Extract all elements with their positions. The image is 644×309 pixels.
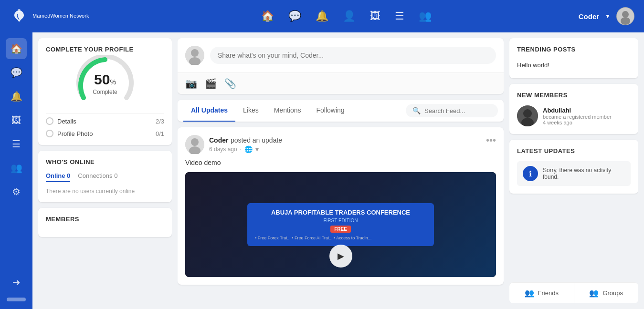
details-radio bbox=[46, 117, 53, 125]
profile-item-photo-left: Profile Photo bbox=[46, 130, 93, 137]
nav-icons: 🏠 💬 🔔 👤 🖼 ☰ 👥 bbox=[115, 10, 579, 22]
profile-item-left: Details bbox=[46, 117, 76, 125]
online-empty-text: There are no users currently online bbox=[46, 188, 164, 195]
new-members-card: NEW MEMBERS Abdullahi became a registere… bbox=[509, 84, 638, 134]
svg-point-3 bbox=[621, 17, 630, 25]
friends-label: Friends bbox=[538, 289, 559, 297]
sidebar-settings-btn[interactable]: ⚙ bbox=[6, 181, 27, 202]
post-more-btn[interactable]: ••• bbox=[486, 135, 496, 146]
sidebar-chat-btn[interactable]: 💬 bbox=[6, 62, 27, 83]
tab-connections[interactable]: Connections 0 bbox=[78, 172, 117, 182]
video-conference-banner: ABUJA PROFITABLE TRADERS CONFERENCE FIRS… bbox=[247, 203, 434, 247]
post-author-name-action: Coder posted an update bbox=[209, 136, 282, 144]
tab-mentions[interactable]: Mentions bbox=[266, 100, 309, 122]
progress-percent: % bbox=[110, 78, 116, 86]
post-avatar bbox=[185, 135, 204, 154]
members-title: MEMBERS bbox=[46, 216, 164, 223]
nav-bell-icon[interactable]: 🔔 bbox=[316, 10, 328, 22]
content-area: COMPLETE YOUR PROFILE 50% Complete bbox=[32, 32, 644, 309]
sidebar-members-btn[interactable]: 👥 bbox=[6, 157, 27, 178]
video-free-badge: FREE bbox=[330, 226, 351, 233]
profile-items: Details 2/3 Profile Photo 0/1 bbox=[46, 117, 164, 137]
composer-video-btn[interactable]: 🎬 bbox=[205, 78, 217, 89]
right-panel: TRENDING POSTS Hello world! NEW MEMBERS … bbox=[509, 38, 638, 303]
groups-icon: 👥 bbox=[589, 288, 599, 298]
svg-point-2 bbox=[622, 11, 629, 18]
left-panel: COMPLETE YOUR PROFILE 50% Complete bbox=[38, 38, 172, 303]
photo-radio bbox=[46, 130, 53, 137]
post-header: Coder posted an update 6 days ago · 🌐 ▾ bbox=[185, 135, 496, 154]
post-card: Coder posted an update 6 days ago · 🌐 ▾ bbox=[178, 127, 504, 285]
members-card: MEMBERS bbox=[38, 208, 172, 237]
composer-avatar bbox=[185, 46, 204, 65]
composer-bottom: 📷 🎬 📎 bbox=[178, 72, 504, 94]
photo-label: Profile Photo bbox=[57, 130, 93, 137]
sidebar-bell-btn[interactable]: 🔔 bbox=[6, 86, 27, 107]
friends-tab[interactable]: 👥 Friends bbox=[509, 283, 574, 303]
svg-point-11 bbox=[523, 109, 532, 118]
nav-avatar[interactable] bbox=[616, 7, 634, 25]
nav-home-icon[interactable]: 🏠 bbox=[261, 10, 274, 22]
tab-likes[interactable]: Likes bbox=[235, 100, 266, 122]
feed-tabs: All Updates Likes Mentions Following bbox=[183, 100, 406, 122]
nav-group-icon[interactable]: 👥 bbox=[419, 10, 432, 22]
groups-tab[interactable]: 👥 Groups bbox=[574, 283, 639, 303]
composer-input[interactable] bbox=[210, 47, 496, 64]
nav-list-icon[interactable]: ☰ bbox=[395, 10, 404, 22]
scrollbar-thumb bbox=[7, 298, 26, 301]
sidebar-logout-btn[interactable]: ➜ bbox=[6, 272, 27, 293]
profile-item-photo: Profile Photo 0/1 bbox=[46, 130, 164, 137]
trending-title: TRENDING POSTS bbox=[517, 46, 631, 53]
post-author-name[interactable]: Coder bbox=[209, 136, 228, 144]
post-dot: · bbox=[240, 146, 242, 153]
left-sidebar: 🏠 💬 🔔 🖼 ☰ 👥 ⚙ ➜ bbox=[0, 32, 32, 309]
nav-gallery-icon[interactable]: 🖼 bbox=[370, 10, 380, 22]
progress-text: 50% Complete bbox=[93, 72, 117, 95]
nav-username: Coder bbox=[579, 12, 599, 21]
composer-photo-btn[interactable]: 📷 bbox=[185, 78, 197, 89]
member-info: Abdullahi became a registered member 4 w… bbox=[543, 107, 612, 125]
nav-dropdown-arrow[interactable]: ▼ bbox=[605, 13, 611, 20]
nav-add-friend-icon[interactable]: 👤 bbox=[343, 10, 356, 22]
member-item: Abdullahi became a registered member 4 w… bbox=[517, 105, 631, 126]
feed-tabs-bar: All Updates Likes Mentions Following 🔍 bbox=[178, 100, 504, 122]
svg-point-5 bbox=[191, 49, 199, 57]
sidebar-home-btn[interactable]: 🏠 bbox=[6, 38, 27, 59]
top-navigation: MarriedWomen.Network 🏠 💬 🔔 👤 🖼 ☰ 👥 Coder… bbox=[0, 0, 644, 32]
tab-online[interactable]: Online 0 bbox=[46, 172, 70, 182]
profile-complete-card: COMPLETE YOUR PROFILE 50% Complete bbox=[38, 38, 172, 145]
play-button[interactable]: ▶ bbox=[329, 245, 352, 268]
nav-chat-icon[interactable]: 💬 bbox=[288, 10, 301, 22]
tab-all-updates[interactable]: All Updates bbox=[183, 100, 235, 122]
post-meta: 6 days ago · 🌐 ▾ bbox=[209, 145, 282, 153]
post-content-text: Video demo bbox=[185, 159, 496, 166]
logo-area: MarriedWomen.Network bbox=[10, 7, 115, 26]
progress-circle-wrapper: 50% Complete bbox=[76, 60, 134, 107]
composer-attachment-btn[interactable]: 📎 bbox=[224, 78, 236, 89]
latest-updates-title: LATEST UPDATES bbox=[517, 147, 631, 154]
feed-search-input[interactable] bbox=[424, 107, 491, 114]
trending-item[interactable]: Hello world! bbox=[517, 60, 631, 71]
progress-container: 50% Complete bbox=[46, 60, 164, 107]
member-status: became a registered member 4 weeks ago bbox=[543, 114, 612, 125]
video-banner-sub: FIRST EDITION bbox=[255, 218, 426, 223]
search-icon: 🔍 bbox=[412, 107, 421, 114]
post-visibility-icon: ▾ bbox=[255, 145, 259, 153]
progress-label: Complete bbox=[93, 89, 117, 95]
profile-complete-title: COMPLETE YOUR PROFILE bbox=[46, 46, 164, 53]
details-label: Details bbox=[57, 118, 76, 125]
post-author-info: Coder posted an update 6 days ago · 🌐 ▾ bbox=[209, 136, 282, 153]
member-name[interactable]: Abdullahi bbox=[543, 107, 612, 114]
sidebar-gallery-btn[interactable]: 🖼 bbox=[6, 110, 27, 131]
logo-text: MarriedWomen.Network bbox=[32, 13, 89, 19]
sidebar-feed-btn[interactable]: ☰ bbox=[6, 134, 27, 154]
post-video-thumbnail: ABUJA PROFITABLE TRADERS CONFERENCE FIRS… bbox=[185, 172, 496, 277]
whos-online-title: WHO'S ONLINE bbox=[46, 158, 164, 165]
post-composer: 📷 🎬 📎 bbox=[178, 38, 504, 94]
center-feed: 📷 🎬 📎 All Updates Likes Mentions Followi… bbox=[178, 38, 504, 303]
post-time: 6 days ago bbox=[209, 146, 237, 153]
post-globe-icon: 🌐 bbox=[244, 145, 253, 153]
friends-icon: 👥 bbox=[525, 288, 534, 298]
tab-following[interactable]: Following bbox=[309, 100, 352, 122]
video-features: • Free Forex Trai... • Free Force AI Tra… bbox=[255, 236, 426, 240]
